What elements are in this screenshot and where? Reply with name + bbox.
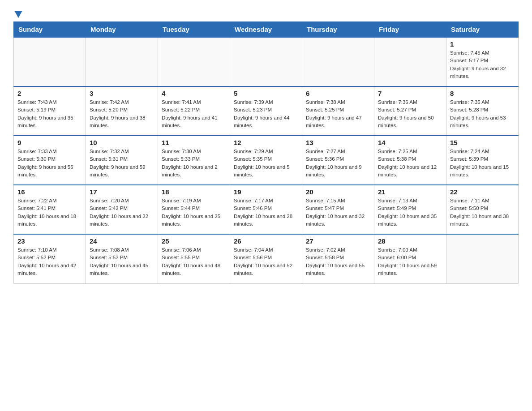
day-number: 23 bbox=[17, 237, 82, 245]
day-info: Sunrise: 7:15 AM Sunset: 5:47 PM Dayligh… bbox=[306, 197, 370, 228]
day-number: 19 bbox=[234, 188, 298, 196]
day-number: 3 bbox=[90, 90, 154, 97]
day-number: 4 bbox=[162, 90, 226, 97]
day-number: 26 bbox=[234, 237, 298, 245]
logo bbox=[13, 9, 23, 17]
day-number: 1 bbox=[450, 40, 515, 48]
day-info: Sunrise: 7:00 AM Sunset: 6:00 PM Dayligh… bbox=[378, 246, 442, 277]
day-number: 20 bbox=[306, 188, 370, 196]
calendar-cell: 21Sunrise: 7:13 AM Sunset: 5:49 PM Dayli… bbox=[374, 185, 446, 234]
day-info: Sunrise: 7:36 AM Sunset: 5:27 PM Dayligh… bbox=[378, 98, 442, 129]
day-of-week-header: Saturday bbox=[446, 22, 519, 38]
day-number: 7 bbox=[378, 90, 442, 97]
day-info: Sunrise: 7:19 AM Sunset: 5:44 PM Dayligh… bbox=[162, 197, 226, 228]
day-number: 12 bbox=[234, 139, 298, 146]
day-number: 15 bbox=[450, 139, 515, 146]
day-info: Sunrise: 7:35 AM Sunset: 5:28 PM Dayligh… bbox=[450, 98, 515, 129]
day-info: Sunrise: 7:41 AM Sunset: 5:22 PM Dayligh… bbox=[162, 98, 226, 129]
calendar-cell bbox=[302, 37, 374, 86]
day-info: Sunrise: 7:04 AM Sunset: 5:56 PM Dayligh… bbox=[234, 246, 298, 277]
calendar-cell: 12Sunrise: 7:29 AM Sunset: 5:35 PM Dayli… bbox=[230, 136, 302, 185]
day-of-week-header: Thursday bbox=[302, 22, 374, 38]
calendar-cell: 19Sunrise: 7:17 AM Sunset: 5:46 PM Dayli… bbox=[230, 185, 302, 234]
calendar-cell: 16Sunrise: 7:22 AM Sunset: 5:41 PM Dayli… bbox=[14, 185, 86, 234]
day-number: 21 bbox=[378, 188, 442, 196]
day-info: Sunrise: 7:20 AM Sunset: 5:42 PM Dayligh… bbox=[90, 197, 154, 228]
calendar-cell: 8Sunrise: 7:35 AM Sunset: 5:28 PM Daylig… bbox=[446, 86, 519, 136]
svg-marker-0 bbox=[14, 11, 22, 18]
calendar-cell: 25Sunrise: 7:06 AM Sunset: 5:55 PM Dayli… bbox=[158, 234, 230, 283]
page-header bbox=[13, 9, 519, 17]
calendar-cell bbox=[446, 234, 519, 283]
calendar-cell: 3Sunrise: 7:42 AM Sunset: 5:20 PM Daylig… bbox=[86, 86, 158, 136]
day-number: 28 bbox=[378, 237, 442, 245]
day-info: Sunrise: 7:32 AM Sunset: 5:31 PM Dayligh… bbox=[90, 148, 154, 179]
calendar-cell: 20Sunrise: 7:15 AM Sunset: 5:47 PM Dayli… bbox=[302, 185, 374, 234]
day-info: Sunrise: 7:25 AM Sunset: 5:38 PM Dayligh… bbox=[378, 148, 442, 179]
calendar-cell: 14Sunrise: 7:25 AM Sunset: 5:38 PM Dayli… bbox=[374, 136, 446, 185]
day-of-week-header: Friday bbox=[374, 22, 446, 38]
day-number: 8 bbox=[450, 90, 515, 97]
calendar-cell: 2Sunrise: 7:43 AM Sunset: 5:19 PM Daylig… bbox=[14, 86, 86, 136]
day-number: 11 bbox=[162, 139, 226, 146]
day-number: 25 bbox=[162, 237, 226, 245]
day-info: Sunrise: 7:27 AM Sunset: 5:36 PM Dayligh… bbox=[306, 148, 370, 179]
day-of-week-header: Monday bbox=[86, 22, 158, 38]
day-number: 27 bbox=[306, 237, 370, 245]
calendar-cell: 23Sunrise: 7:10 AM Sunset: 5:52 PM Dayli… bbox=[14, 234, 86, 283]
calendar-week-row: 16Sunrise: 7:22 AM Sunset: 5:41 PM Dayli… bbox=[14, 185, 519, 234]
day-number: 24 bbox=[90, 237, 154, 245]
day-info: Sunrise: 7:38 AM Sunset: 5:25 PM Dayligh… bbox=[306, 98, 370, 129]
day-of-week-header: Tuesday bbox=[158, 22, 230, 38]
calendar-week-row: 23Sunrise: 7:10 AM Sunset: 5:52 PM Dayli… bbox=[14, 234, 519, 283]
calendar-cell: 5Sunrise: 7:39 AM Sunset: 5:23 PM Daylig… bbox=[230, 86, 302, 136]
calendar-week-row: 9Sunrise: 7:33 AM Sunset: 5:30 PM Daylig… bbox=[14, 136, 519, 185]
day-info: Sunrise: 7:08 AM Sunset: 5:53 PM Dayligh… bbox=[90, 246, 154, 277]
day-info: Sunrise: 7:10 AM Sunset: 5:52 PM Dayligh… bbox=[17, 246, 82, 277]
calendar-cell: 11Sunrise: 7:30 AM Sunset: 5:33 PM Dayli… bbox=[158, 136, 230, 185]
calendar-cell: 18Sunrise: 7:19 AM Sunset: 5:44 PM Dayli… bbox=[158, 185, 230, 234]
calendar-cell: 22Sunrise: 7:11 AM Sunset: 5:50 PM Dayli… bbox=[446, 185, 519, 234]
day-info: Sunrise: 7:39 AM Sunset: 5:23 PM Dayligh… bbox=[234, 98, 298, 129]
day-info: Sunrise: 7:17 AM Sunset: 5:46 PM Dayligh… bbox=[234, 197, 298, 228]
calendar-header-row: SundayMondayTuesdayWednesdayThursdayFrid… bbox=[14, 22, 519, 38]
calendar-week-row: 1Sunrise: 7:45 AM Sunset: 5:17 PM Daylig… bbox=[14, 37, 519, 86]
day-of-week-header: Wednesday bbox=[230, 22, 302, 38]
calendar-cell: 17Sunrise: 7:20 AM Sunset: 5:42 PM Dayli… bbox=[86, 185, 158, 234]
calendar-cell bbox=[230, 37, 302, 86]
calendar-cell: 13Sunrise: 7:27 AM Sunset: 5:36 PM Dayli… bbox=[302, 136, 374, 185]
day-number: 14 bbox=[378, 139, 442, 146]
logo-triangle-icon bbox=[14, 11, 23, 20]
day-number: 10 bbox=[90, 139, 154, 146]
day-number: 13 bbox=[306, 139, 370, 146]
day-number: 17 bbox=[90, 188, 154, 196]
day-number: 6 bbox=[306, 90, 370, 97]
day-info: Sunrise: 7:43 AM Sunset: 5:19 PM Dayligh… bbox=[17, 98, 82, 129]
calendar-cell: 28Sunrise: 7:00 AM Sunset: 6:00 PM Dayli… bbox=[374, 234, 446, 283]
calendar-week-row: 2Sunrise: 7:43 AM Sunset: 5:19 PM Daylig… bbox=[14, 86, 519, 136]
day-info: Sunrise: 7:13 AM Sunset: 5:49 PM Dayligh… bbox=[378, 197, 442, 228]
day-number: 2 bbox=[17, 90, 82, 97]
calendar-cell: 7Sunrise: 7:36 AM Sunset: 5:27 PM Daylig… bbox=[374, 86, 446, 136]
day-info: Sunrise: 7:42 AM Sunset: 5:20 PM Dayligh… bbox=[90, 98, 154, 129]
day-info: Sunrise: 7:02 AM Sunset: 5:58 PM Dayligh… bbox=[306, 246, 370, 277]
day-info: Sunrise: 7:24 AM Sunset: 5:39 PM Dayligh… bbox=[450, 148, 515, 179]
day-info: Sunrise: 7:06 AM Sunset: 5:55 PM Dayligh… bbox=[162, 246, 226, 277]
day-info: Sunrise: 7:29 AM Sunset: 5:35 PM Dayligh… bbox=[234, 148, 298, 179]
calendar-cell: 1Sunrise: 7:45 AM Sunset: 5:17 PM Daylig… bbox=[446, 37, 519, 86]
day-info: Sunrise: 7:11 AM Sunset: 5:50 PM Dayligh… bbox=[450, 197, 515, 228]
calendar-cell bbox=[86, 37, 158, 86]
day-number: 16 bbox=[17, 188, 82, 196]
day-info: Sunrise: 7:33 AM Sunset: 5:30 PM Dayligh… bbox=[17, 148, 82, 179]
calendar-cell: 15Sunrise: 7:24 AM Sunset: 5:39 PM Dayli… bbox=[446, 136, 519, 185]
calendar-cell: 26Sunrise: 7:04 AM Sunset: 5:56 PM Dayli… bbox=[230, 234, 302, 283]
calendar-cell bbox=[374, 37, 446, 86]
calendar-table: SundayMondayTuesdayWednesdayThursdayFrid… bbox=[13, 21, 519, 284]
day-number: 22 bbox=[450, 188, 515, 196]
calendar-cell: 4Sunrise: 7:41 AM Sunset: 5:22 PM Daylig… bbox=[158, 86, 230, 136]
day-info: Sunrise: 7:30 AM Sunset: 5:33 PM Dayligh… bbox=[162, 148, 226, 179]
calendar-cell bbox=[158, 37, 230, 86]
day-number: 9 bbox=[17, 139, 82, 146]
day-number: 5 bbox=[234, 90, 298, 97]
calendar-cell: 9Sunrise: 7:33 AM Sunset: 5:30 PM Daylig… bbox=[14, 136, 86, 185]
